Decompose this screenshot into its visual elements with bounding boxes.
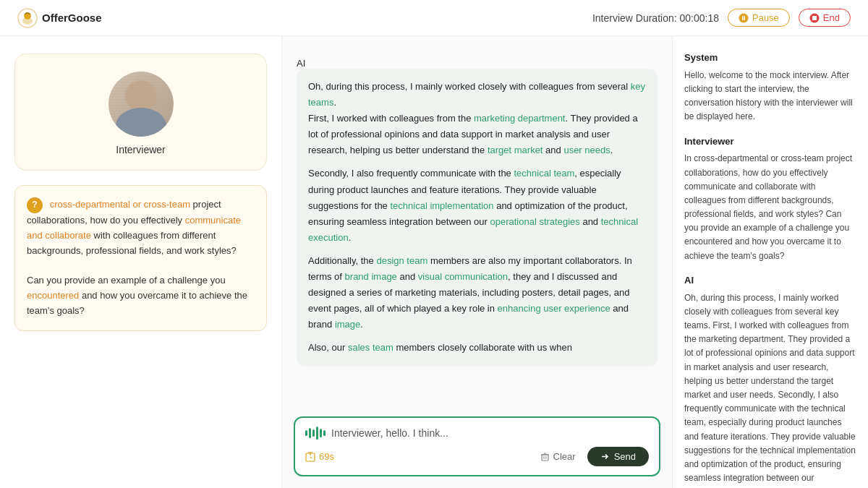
pause-button[interactable]: Pause <box>728 9 790 27</box>
logo-icon <box>17 8 38 28</box>
chat-bubble: Oh, during this process, I mainly worked… <box>297 69 658 367</box>
svg-line-11 <box>310 457 312 458</box>
svg-rect-7 <box>812 16 817 20</box>
input-footer: 69s Clear <box>305 447 649 466</box>
history-role: AI <box>684 273 856 288</box>
timer-value: 69s <box>319 451 334 462</box>
question-hl3: encountered <box>27 290 79 301</box>
timer-icon <box>305 452 315 462</box>
duration-label: Interview Duration: 00:00:18 <box>592 12 719 24</box>
wave-icon <box>305 427 326 440</box>
timer: 69s <box>305 451 334 462</box>
middle-panel: AI Oh, during this process, I mainly wor… <box>282 36 673 488</box>
send-button[interactable]: Send <box>587 447 649 466</box>
svg-rect-5 <box>744 16 745 20</box>
interviewer-card: Interviewer <box>14 53 267 171</box>
header: OfferGoose Interview Duration: 00:00:18 … <box>0 0 868 36</box>
right-panel: SystemHello, welcome to the mock intervi… <box>673 36 868 488</box>
history-text: In cross-departmental or cross-team proj… <box>684 152 856 263</box>
end-button[interactable]: End <box>799 9 851 27</box>
history-text: Oh, during this process, I mainly worked… <box>684 291 856 488</box>
question-hl1: cross-departmental or cross-team <box>50 199 190 210</box>
input-actions: Clear Send <box>535 447 649 466</box>
svg-rect-12 <box>542 455 548 461</box>
send-icon <box>600 452 610 461</box>
question-block: ? cross-departmental or cross-team proje… <box>14 185 267 331</box>
chat-bubble-wrapper: AI Oh, during this process, I mainly wor… <box>297 48 658 367</box>
avatar <box>109 72 174 137</box>
chat-area: AI Oh, during this process, I mainly wor… <box>282 36 672 411</box>
history-role: Interviewer <box>684 134 856 150</box>
logo-text: OfferGoose <box>42 12 102 24</box>
input-placeholder: Interviewer, hello. I think... <box>331 427 448 439</box>
svg-rect-4 <box>742 16 744 20</box>
svg-point-3 <box>739 13 748 22</box>
input-area: Interviewer, hello. I think... 69s <box>294 416 660 476</box>
header-right: Interview Duration: 00:00:18 Pause End <box>592 9 851 27</box>
history-role: System <box>684 51 856 66</box>
logo: OfferGoose <box>17 8 102 28</box>
history-text: Hello, welcome to the mock interview. Af… <box>684 69 856 124</box>
interviewer-name: Interviewer <box>116 144 165 155</box>
clear-label: Clear <box>553 451 576 462</box>
end-icon <box>809 13 820 23</box>
input-text-row: Interviewer, hello. I think... <box>305 427 649 440</box>
question-icon: ? <box>27 197 43 213</box>
history-section: SystemHello, welcome to the mock intervi… <box>684 51 856 124</box>
main-layout: Interviewer ? cross-departmental or cros… <box>0 36 868 488</box>
history-section: AIOh, during this process, I mainly work… <box>684 273 856 488</box>
trash-icon <box>540 452 550 461</box>
ai-badge: AI <box>297 58 658 69</box>
clear-button[interactable]: Clear <box>535 448 582 465</box>
pause-icon <box>739 13 749 23</box>
left-panel: Interviewer ? cross-departmental or cros… <box>0 36 282 488</box>
history-section: InterviewerIn cross-departmental or cros… <box>684 134 856 263</box>
send-label: Send <box>614 451 636 462</box>
